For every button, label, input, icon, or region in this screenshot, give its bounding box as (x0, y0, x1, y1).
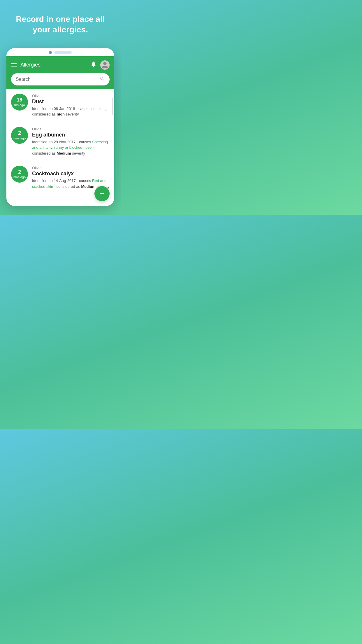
cause-text: sneezing (92, 106, 107, 111)
search-bar-container (11, 73, 110, 89)
item-content: Olivia Dust Identified on 08-Jan-2018 - … (32, 94, 110, 117)
time-unit: hrs ago (14, 103, 25, 107)
app-title: Allergies (20, 62, 41, 68)
phone-status-bar (6, 48, 114, 56)
phone-mockup: Allergies (6, 48, 114, 206)
time-badge: 2 mos ago (11, 127, 28, 144)
scrollbar (112, 98, 113, 115)
search-bar[interactable] (11, 73, 110, 85)
time-number: 2 (18, 169, 21, 176)
time-number: 2 (18, 130, 21, 136)
time-number: 19 (17, 97, 22, 103)
fab-add-button[interactable]: + (94, 186, 110, 201)
hamburger-icon[interactable] (11, 63, 17, 67)
identified-text: Identified on 14-Aug-2017 - causes (32, 178, 91, 183)
header-icons (90, 60, 110, 70)
severity-text: Medium (57, 151, 71, 155)
severity-text: high (57, 112, 65, 116)
user-avatar[interactable] (100, 60, 110, 70)
progress-bar (54, 51, 72, 54)
app-header: Allergies (6, 56, 114, 89)
bell-icon[interactable] (90, 61, 97, 69)
item-person: Olivia (32, 166, 110, 170)
search-icon (100, 76, 105, 83)
header-left: Allergies (11, 62, 41, 68)
considered-text: - considered as (54, 184, 80, 189)
item-name: Cockroach calyx (32, 171, 110, 177)
severity-suffix: severity (66, 112, 79, 116)
active-dot (49, 51, 52, 54)
list-item[interactable]: 2 mos ago Olivia Egg albumen Identified … (6, 122, 114, 161)
identified-text: Identified on 08-Jan-2018 - causes (32, 106, 90, 111)
item-name: Dust (32, 99, 110, 105)
search-input[interactable] (16, 77, 97, 82)
identified-text: Identified on 29-Nov-2017 - causes (32, 140, 91, 144)
severity-suffix: severity (72, 151, 85, 155)
item-person: Olivia (32, 94, 110, 98)
hero-tagline: Record in one place all your allergies. (0, 0, 121, 42)
item-person: Olivia (32, 127, 110, 131)
time-unit: mos ago (13, 136, 26, 140)
header-top: Allergies (11, 60, 110, 70)
time-badge: 19 hrs ago (11, 94, 28, 111)
item-description: Identified on 29-Nov-2017 - causes Sneez… (32, 139, 110, 156)
item-name: Egg albumen (32, 132, 110, 138)
time-badge: 2 mos ago (11, 166, 28, 183)
time-unit: mos ago (13, 175, 26, 179)
severity-text: Medium (81, 184, 95, 189)
item-description: Identified on 08-Jan-2018 - causes sneez… (32, 106, 110, 117)
list-item[interactable]: 19 hrs ago Olivia Dust Identified on 08-… (6, 89, 114, 122)
item-content: Olivia Egg albumen Identified on 29-Nov-… (32, 127, 110, 156)
item-content: Olivia Cockroach calyx Identified on 14-… (32, 166, 110, 189)
